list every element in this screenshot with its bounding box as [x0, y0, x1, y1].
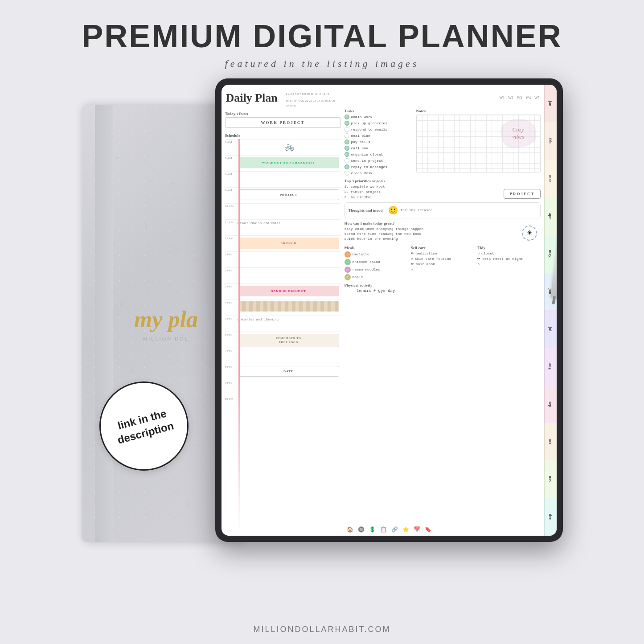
planner-header-row: Daily Plan 1 2 3 4 5 6 7 8 9 10 11 12 13…	[222, 85, 544, 109]
page-wrapper: PREMIUM DIGITAL PLANNER featured in the …	[0, 0, 644, 644]
slot-10pm: 10 PM	[225, 396, 341, 412]
svg-text:✦: ✦	[193, 257, 197, 262]
main-title: PREMIUM DIGITAL PLANNER	[82, 18, 562, 54]
svg-text:✦: ✦	[171, 180, 175, 187]
schedule-slots: 6 AM 🚲 7	[225, 139, 341, 533]
task-text-send: send in project	[351, 159, 383, 163]
schedule-label: Schedule	[225, 133, 341, 138]
great-today-section: How can I make today great? stay calm wh…	[345, 221, 541, 242]
task-item-call-amy: ✓ call amy	[345, 146, 414, 151]
slot-1pm: 1 PM	[225, 251, 341, 267]
task-check-reply: ✓	[345, 164, 349, 169]
month-tab-jan[interactable]: jan	[544, 85, 557, 122]
tidy-closet: ○ closet	[477, 251, 540, 255]
icon-clipboard[interactable]: 📋	[380, 526, 387, 533]
meal-text-ramen: ramen noodles	[353, 267, 380, 271]
icon-home[interactable]: 🏠	[347, 526, 353, 533]
tidy-text-desk: desk reset at night	[482, 257, 523, 261]
header-area: PREMIUM DIGITAL PLANNER featured in the …	[82, 0, 562, 74]
task-text-meal: meal plan	[351, 134, 370, 138]
date-row1: 1 2 3 4 5 6 7 8 9 10 11 12 13 14 15	[286, 92, 339, 97]
great-today-label: How can I make today great?	[345, 221, 541, 226]
cozy-vibes-blob: Cozyvibes	[500, 119, 536, 148]
project-button[interactable]: PROJECT	[504, 189, 540, 199]
sc-meditation: ✏ meditation	[411, 251, 474, 255]
bar-brunch: BRUNCH	[238, 238, 339, 249]
month-tab-dec[interactable]: dec	[544, 498, 557, 536]
task-text-reply: reply to messages	[351, 165, 388, 169]
month-tab-oct[interactable]: oct	[544, 423, 557, 460]
meal-badge-b: B	[345, 251, 351, 258]
top3-label: Top 3 priorities or goals	[345, 179, 501, 183]
sub-title: featured in the listing images	[82, 58, 562, 70]
meal-badge-d: D	[345, 267, 351, 273]
icon-star[interactable]: ⭐	[402, 526, 409, 533]
bar-workout: workout and breakfast	[238, 157, 339, 168]
bar-prep-food: remember toprep food	[238, 334, 339, 347]
task-item-emails: respond to emails	[345, 127, 414, 132]
priorities-column: Top 3 priorities or goals 1. complete wo…	[345, 179, 501, 201]
tasks-column: Tasks ✓ admin work	[345, 109, 414, 177]
icon-dollar[interactable]: 💲	[369, 526, 376, 533]
month-tab-aug[interactable]: aug	[544, 348, 557, 385]
task-text-amy: call amy	[351, 146, 368, 150]
sc-empty: ○	[411, 267, 474, 271]
sc-text-meditation: meditation	[416, 251, 437, 255]
task-item-admin-work: ✓ admin work	[345, 115, 414, 119]
left-schedule-panel: Today's focus WORK PROJECT Schedule	[225, 109, 341, 533]
slot-6am: 6 AM 🚲	[225, 139, 341, 155]
selfcare-label: Self care	[411, 246, 474, 250]
icon-calendar[interactable]: 📅	[414, 526, 420, 533]
meal-badge-s: S	[345, 274, 351, 280]
bar-project-9: PROJECT	[238, 189, 339, 200]
right-panel: Tasks ✓ admin work	[345, 109, 541, 533]
footer-url: MILLIONDOLLARHABIT.COM	[253, 625, 390, 634]
bottom-icons-row: 🏠 🔘 💲 📋 🔗 ⭐ 📅 🔖	[347, 526, 431, 533]
month-tab-nov[interactable]: nov	[544, 460, 557, 498]
physical-activity-section: Physical activity tennis + gym day	[345, 283, 407, 293]
month-tab-mar[interactable]: mar	[544, 160, 557, 197]
task-check-meal	[345, 133, 349, 138]
task-item-closet: ✓ organize closet	[345, 152, 414, 157]
bike-slot: 🚲	[238, 139, 341, 153]
month-tab-apr[interactable]: apr	[544, 197, 557, 235]
icon-bookmark[interactable]: 🔖	[425, 526, 431, 533]
physical-label: Physical activity	[345, 283, 407, 287]
bar-send-project: send in project	[238, 286, 339, 296]
icon-link[interactable]: 🔗	[391, 526, 398, 533]
task-check-admin: ✓	[345, 115, 349, 119]
right-lower: Top 3 priorities or goals 1. complete wo…	[345, 179, 541, 201]
task-list: ✓ admin work ✓ pick up groceries	[345, 115, 414, 176]
icon-circle[interactable]: 🔘	[358, 526, 365, 533]
meal-text-chicken: chicken salad	[353, 260, 380, 264]
meal-text-apple: apple	[353, 275, 363, 279]
sc-text-skincare: skin care routine	[415, 257, 451, 261]
month-tabs: jan feb mar apr may jun jul aug sep oct …	[544, 85, 557, 536]
thoughts-section: Thoughts and mood 🙂 feeling relaxed	[345, 202, 541, 218]
month-tab-sep[interactable]: sep	[544, 386, 557, 423]
tidy-desk: ✏ desk reset at night	[477, 257, 540, 261]
meal-apple: S apple	[345, 274, 407, 280]
content-area: ☽ ✦ ☽ ✦ ☽ ✦ ☽ ✦ ☽ ✦ ☽ my pla MILLION DOL…	[0, 78, 644, 542]
task-text-emails: respond to emails	[351, 127, 388, 131]
notes-area: Cozyvibes	[416, 115, 541, 172]
bike-icon: 🚲	[284, 141, 294, 151]
meals-section: Meals B omelette L chicken salad	[345, 246, 407, 293]
priority-1: 1. complete workout	[345, 185, 501, 189]
month-tab-feb[interactable]: feb	[544, 122, 557, 160]
task-check-bills: ✓	[345, 139, 349, 144]
slot-3pm: 3 PM send in project	[225, 283, 341, 299]
meals-label: Meals	[345, 246, 407, 250]
focus-box: WORK PROJECT	[225, 117, 341, 128]
task-item-send-project: send in project	[345, 158, 414, 163]
notebook-my-pla-text: my pla	[134, 306, 198, 332]
task-text-groceries: pick up groceries	[351, 121, 388, 125]
planner-inner: Daily Plan 1 2 3 4 5 6 7 8 9 10 11 12 13…	[222, 85, 557, 536]
task-text-clean: clean desk	[351, 171, 373, 175]
selfcare-section: Self care ✏ meditation ○ skin care routi…	[411, 246, 474, 293]
sun-icon-circle: ☀	[522, 226, 537, 241]
date-row2: 16 17 18 19 20 21 22 23 24 25 26 27 28 2…	[286, 98, 339, 108]
month-tab-jul[interactable]: jul	[544, 310, 557, 348]
task-text-closet: organize closet	[351, 152, 383, 156]
svg-text:☽: ☽	[184, 501, 190, 508]
